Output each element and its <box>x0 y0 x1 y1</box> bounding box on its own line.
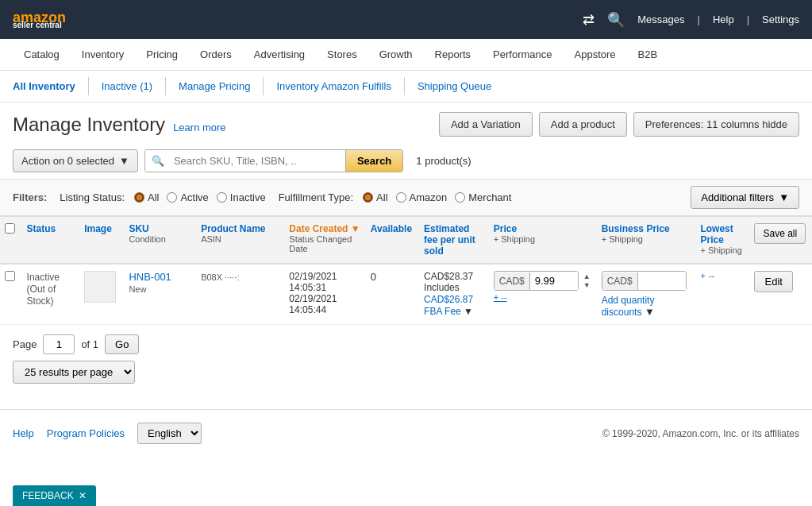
inventory-table: Status Image SKU Condition Product Name … <box>0 216 812 325</box>
listing-status-label: Listing Status: <box>60 191 125 203</box>
search-icon-top[interactable]: 🔍 <box>607 11 625 29</box>
condition-text: New <box>129 284 146 294</box>
product-count: 1 product(s) <box>416 155 471 167</box>
col-header-lowest-price: Lowest Price + Shipping <box>695 217 749 265</box>
nav-inventory[interactable]: Inventory <box>71 39 135 70</box>
footer-program-policies-link[interactable]: Program Policies <box>47 427 125 439</box>
logo-area: amazon seller central <box>13 6 84 33</box>
page-header: Manage Inventory Learn more Add a Variat… <box>0 102 812 143</box>
footer-left: Help Program Policies English <box>13 423 202 444</box>
action-select[interactable]: Action on 0 selected ▼ <box>13 149 138 172</box>
page-controls: Page of 1 Go <box>13 334 799 354</box>
subnav-inactive[interactable]: Inactive (1) <box>89 77 166 95</box>
price-controls: ▲ ▼ <box>582 272 592 290</box>
fba-fee-link[interactable]: CAD$26.87 <box>424 294 473 305</box>
separator-1: | <box>697 14 699 25</box>
go-button[interactable]: Go <box>105 334 139 354</box>
page-input[interactable] <box>43 334 75 354</box>
preferences-button[interactable]: Preferences: 11 columns hidde <box>633 112 799 137</box>
filters-label: Filters: <box>13 191 47 203</box>
select-all-checkbox[interactable] <box>5 223 15 234</box>
row-product-name-cell: B08X ·····: <box>196 264 284 325</box>
nav-performance[interactable]: Performance <box>482 39 563 70</box>
col-header-action[interactable]: Save all <box>749 217 812 265</box>
fba-fee-type-link[interactable]: FBA Fee <box>424 306 461 317</box>
pagination-bar: Page of 1 Go 25 results per page <box>0 325 812 393</box>
of-label: of 1 <box>81 338 98 350</box>
subnav-manage-pricing[interactable]: Manage Pricing <box>166 77 264 95</box>
row-image-cell <box>79 264 124 325</box>
messages-link[interactable]: Messages <box>637 14 684 25</box>
col-header-available[interactable]: Available <box>366 217 419 265</box>
col-header-image: Image <box>79 217 124 265</box>
page-title: Manage Inventory <box>13 114 165 136</box>
price-input[interactable] <box>530 272 578 290</box>
search-button[interactable]: Search <box>345 150 402 172</box>
col-header-date[interactable]: Date Created ▼ Status Changed Date <box>284 217 365 265</box>
row-checkbox[interactable] <box>5 271 15 281</box>
separator-2: | <box>747 14 749 25</box>
listing-status-inactive[interactable]: Inactive <box>217 191 266 203</box>
edit-button[interactable]: Edit <box>754 271 792 292</box>
nav-stores[interactable]: Stores <box>316 39 368 70</box>
main-nav: Catalog Inventory Pricing Orders Adverti… <box>0 39 812 71</box>
fulfillment-all[interactable]: All <box>363 191 387 203</box>
search-input[interactable] <box>171 150 345 172</box>
listing-status-inactive-label: Inactive <box>230 191 266 203</box>
price-plus-minus[interactable]: + -- <box>494 292 507 302</box>
exchange-icon[interactable]: ⇄ <box>583 11 595 29</box>
listing-status-group: Listing Status: All Active Inactive <box>60 191 265 203</box>
fulfillment-amazon[interactable]: Amazon <box>396 191 448 203</box>
nav-appstore[interactable]: Appstore <box>564 39 627 70</box>
fulfillment-merchant-label: Merchant <box>468 191 511 203</box>
biz-price-currency: CAD$ <box>602 272 638 290</box>
row-sku-cell: HNB-001 New <box>124 264 196 325</box>
nav-growth[interactable]: Growth <box>368 39 424 70</box>
search-area: 🔍 Search <box>144 149 403 172</box>
lowest-price-dash: -- <box>709 271 714 280</box>
inventory-table-wrapper: Status Image SKU Condition Product Name … <box>0 216 812 325</box>
subnav-all-inventory[interactable]: All Inventory <box>13 77 89 95</box>
subnav-shipping-queue[interactable]: Shipping Queue <box>405 77 504 95</box>
settings-link[interactable]: Settings <box>762 14 799 25</box>
learn-more-link[interactable]: Learn more <box>173 122 225 133</box>
nav-pricing[interactable]: Pricing <box>135 39 189 70</box>
col-header-product-name[interactable]: Product Name ASIN <box>196 217 284 265</box>
col-header-fee: Estimated fee per unit sold <box>419 217 489 265</box>
price-down-icon[interactable]: ▼ <box>582 281 592 290</box>
fulfillment-amazon-label: Amazon <box>410 191 448 203</box>
nav-advertising[interactable]: Advertising <box>243 39 316 70</box>
table-header-row: Status Image SKU Condition Product Name … <box>0 217 812 265</box>
lowest-price-plus: + <box>700 271 705 280</box>
row-biz-price-cell: CAD$ Add quantity discounts ▼ <box>597 264 696 325</box>
price-up-icon[interactable]: ▲ <box>582 272 592 281</box>
additional-filters-button[interactable]: Additional filters ▼ <box>691 186 799 209</box>
save-all-button[interactable]: Save all <box>754 223 806 244</box>
price-input-wrap: CAD$ <box>494 271 579 291</box>
add-qty-chevron-icon: ▼ <box>645 306 655 318</box>
add-variation-button[interactable]: Add a Variation <box>439 112 533 137</box>
listing-status-active[interactable]: Active <box>167 191 208 203</box>
top-nav: amazon seller central ⇄ 🔍 Messages | Hel… <box>0 0 812 39</box>
per-page-select[interactable]: 25 results per page <box>13 361 135 384</box>
help-link-top[interactable]: Help <box>713 14 734 25</box>
nav-b2b[interactable]: B2B <box>627 39 669 70</box>
listing-status-all[interactable]: All <box>134 191 159 203</box>
col-header-sku[interactable]: SKU Condition <box>124 217 196 265</box>
subnav-amazon-fulfills[interactable]: Inventory Amazon Fulfills <box>264 77 405 95</box>
sku-link[interactable]: HNB-001 <box>129 271 191 283</box>
row-lowest-price-cell: + -- <box>695 264 749 325</box>
header-buttons: Add a Variation Add a product Preference… <box>439 112 799 137</box>
row-price-cell: CAD$ ▲ ▼ + -- <box>489 264 597 325</box>
fulfillment-merchant[interactable]: Merchant <box>455 191 511 203</box>
biz-price-input[interactable] <box>638 272 686 290</box>
row-date-cell: 02/19/2021 14:05:31 02/19/2021 14:05:44 <box>284 264 365 325</box>
nav-catalog[interactable]: Catalog <box>13 39 71 70</box>
nav-reports[interactable]: Reports <box>424 39 483 70</box>
fba-fee-label: FBA Fee ▼ <box>424 306 473 317</box>
footer-help-link[interactable]: Help <box>13 427 34 439</box>
nav-orders[interactable]: Orders <box>189 39 243 70</box>
table-row: Inactive (Out of Stock) HNB-001 New B08X… <box>0 264 812 325</box>
add-product-button[interactable]: Add a product <box>539 112 627 137</box>
language-select[interactable]: English <box>137 423 202 444</box>
